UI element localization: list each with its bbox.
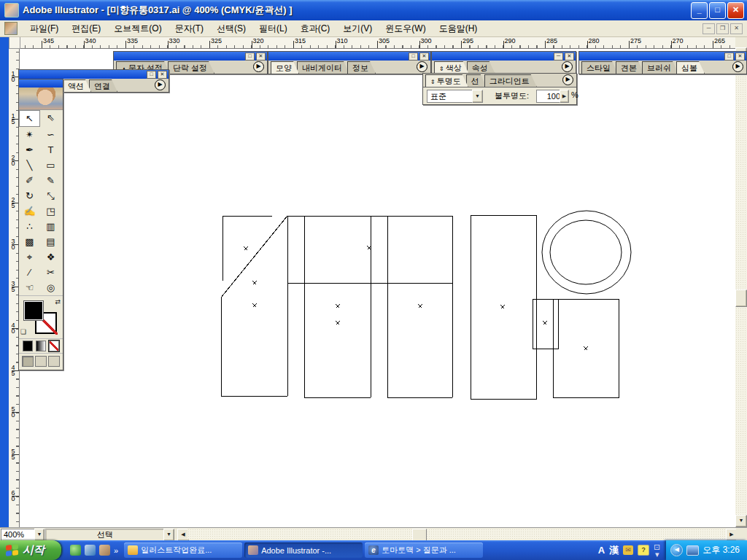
blend-tool[interactable]: ❖ xyxy=(40,249,61,265)
palette-title-bar[interactable]: □ ✕ xyxy=(268,52,430,61)
quick-launch-icon-3[interactable] xyxy=(99,545,110,556)
toolbox-title-bar[interactable] xyxy=(19,79,63,88)
menu-item-4[interactable]: 선택(S) xyxy=(210,21,252,36)
scale-tool[interactable]: ⤡ xyxy=(40,188,61,203)
palette-minimize-icon[interactable]: ─ xyxy=(554,52,563,61)
gradient-tool[interactable]: ▤ xyxy=(40,234,61,249)
menu-item-1[interactable]: 편집(E) xyxy=(65,21,107,36)
zoom-tool[interactable]: ◎ xyxy=(40,280,61,295)
scroll-down-icon[interactable]: ▼ xyxy=(735,515,747,527)
paintbrush-tool[interactable]: ✐ xyxy=(19,173,40,188)
palette-close-icon[interactable]: ✕ xyxy=(565,52,574,61)
palette-close-icon[interactable]: ✕ xyxy=(158,71,167,79)
selection-tool[interactable]: ↖ xyxy=(19,110,40,127)
graph-tool[interactable]: ▥ xyxy=(40,219,61,234)
zoom-level-input[interactable]: 400% xyxy=(1,529,38,541)
lasso-tool[interactable]: ∽ xyxy=(40,127,61,142)
palette-title-bar[interactable]: □ ✕ xyxy=(579,52,746,61)
palette-tab-2[interactable]: 브러쉬 xyxy=(642,61,678,74)
close-button[interactable]: ✕ xyxy=(727,2,744,19)
minimize-button[interactable]: _ xyxy=(691,2,708,19)
fullscreen-menu-mode-button[interactable] xyxy=(35,356,47,367)
symbol-sprayer-tool[interactable]: ∴ xyxy=(19,219,40,234)
palette-close-icon[interactable]: ✕ xyxy=(735,52,745,61)
color-button[interactable] xyxy=(23,341,33,351)
type-tool[interactable]: T xyxy=(40,142,61,158)
opacity-spinner-icon[interactable]: ▶ xyxy=(560,90,569,103)
vertical-scroll-thumb[interactable] xyxy=(735,289,747,307)
horizontal-scrollbar[interactable] xyxy=(187,529,726,540)
doc-restore-icon[interactable]: ❒ xyxy=(716,23,729,34)
fullscreen-mode-button[interactable] xyxy=(48,356,60,367)
blend-mode-select[interactable]: 표준 xyxy=(427,90,476,103)
palette-tab-0[interactable]: 스타일 xyxy=(581,61,618,74)
doc-close-icon[interactable]: ✕ xyxy=(730,23,743,34)
palette-maximize-icon[interactable]: □ xyxy=(724,52,734,61)
eyedropper-tool[interactable]: ⌖ xyxy=(19,249,40,265)
blend-mode-dropdown-icon[interactable]: ▼ xyxy=(472,90,483,103)
none-button[interactable] xyxy=(49,341,59,351)
palette-tab-3[interactable]: 심볼 xyxy=(676,61,705,74)
menu-item-5[interactable]: 필터(L) xyxy=(252,21,294,36)
palette-close-icon[interactable]: ✕ xyxy=(419,52,429,61)
rectangle-tool[interactable]: ▭ xyxy=(40,158,61,173)
rotate-tool[interactable]: ↻ xyxy=(19,188,40,203)
display-settings-icon[interactable]: ⊡▾ xyxy=(654,543,660,558)
start-button[interactable]: 시작 xyxy=(0,540,61,560)
palette-menu-icon[interactable]: ▶ xyxy=(732,61,743,72)
warp-tool[interactable]: ✍ xyxy=(19,203,40,219)
quick-launch-chevron-icon[interactable]: » xyxy=(114,546,118,555)
palette-maximize-icon[interactable]: □ xyxy=(409,52,418,61)
palette-close-icon[interactable]: ✕ xyxy=(256,52,266,61)
menu-item-7[interactable]: 보기(V) xyxy=(336,21,379,36)
hand-tool[interactable]: ☜ xyxy=(19,280,40,295)
doc-minimize-icon[interactable]: ─ xyxy=(703,23,715,34)
palette-maximize-icon[interactable]: □ xyxy=(147,71,156,79)
pencil-tool[interactable]: ✎ xyxy=(40,173,61,188)
palette-title-bar[interactable]: □ ✕ xyxy=(114,52,267,61)
palette-tab-1[interactable]: 속성 xyxy=(467,61,495,74)
artboard-canvas[interactable] xyxy=(19,47,735,527)
menu-item-2[interactable]: 오브젝트(O) xyxy=(107,21,168,36)
menu-item-0[interactable]: 파일(F) xyxy=(23,21,65,36)
tray-collapse-icon[interactable]: ◀ xyxy=(670,544,683,556)
palette-tab-0[interactable]: 모양 xyxy=(271,61,299,74)
pen-tool[interactable]: ✒ xyxy=(19,142,40,158)
free-transform-tool[interactable]: ◳ xyxy=(40,203,61,219)
palette-title-bar[interactable]: ─ ✕ xyxy=(432,52,576,61)
fill-color-swatch[interactable] xyxy=(23,300,44,321)
menu-item-8[interactable]: 윈도우(W) xyxy=(379,21,432,36)
palette-tab-1[interactable]: 단락 설정 xyxy=(168,61,214,74)
ime-language-indicator[interactable]: 漢 xyxy=(609,544,619,557)
slice-tool[interactable]: ∕ xyxy=(19,265,40,280)
palette-maximize-icon[interactable]: □ xyxy=(245,52,255,61)
ime-help-icon[interactable]: ? xyxy=(638,545,649,556)
palette-title-bar[interactable]: □ ✕ xyxy=(19,70,169,79)
palette-menu-icon[interactable]: ▶ xyxy=(417,61,427,72)
taskbar-task-0[interactable]: 일러스트작업완료... xyxy=(124,542,242,558)
menu-item-3[interactable]: 문자(T) xyxy=(169,21,210,36)
palette-tab-1[interactable]: 내비게이터 xyxy=(297,61,349,74)
default-fill-stroke-icon[interactable]: ❏ xyxy=(20,328,26,335)
ruler-origin-box[interactable] xyxy=(9,36,20,49)
gradient-button[interactable] xyxy=(36,341,46,351)
horizontal-scroll-thumb[interactable] xyxy=(412,529,427,541)
mesh-tool[interactable]: ▩ xyxy=(19,234,40,249)
palette-tab-2[interactable]: 그라디언트 xyxy=(484,74,537,87)
network-status-icon[interactable] xyxy=(686,545,699,556)
vertical-scrollbar[interactable]: ▲ ▼ xyxy=(735,47,747,527)
scissors-tool[interactable]: ✂ xyxy=(40,265,61,280)
palette-tab-1[interactable]: 연결 xyxy=(89,79,117,92)
palette-tab-2[interactable]: 정보 xyxy=(347,61,376,74)
palette-tab-0[interactable]: ⇕투명도 xyxy=(425,74,468,87)
menu-item-6[interactable]: 효과(C) xyxy=(294,21,337,36)
palette-menu-icon[interactable]: ▶ xyxy=(155,79,166,90)
palette-tab-1[interactable]: 견본 xyxy=(616,61,644,74)
taskbar-task-1[interactable]: Adobe Illustrator -... xyxy=(244,542,363,558)
ime-mode-indicator[interactable]: A xyxy=(598,545,605,556)
palette-tab-0[interactable]: ⇕색상 xyxy=(434,61,469,74)
direct-selection-tool[interactable]: ⇖ xyxy=(40,110,61,125)
swap-fill-stroke-icon[interactable]: ⇄ xyxy=(55,298,61,306)
magic-wand-tool[interactable]: ✴ xyxy=(19,127,40,142)
taskbar-task-2[interactable]: e토마토맥 > 질문과 ... xyxy=(365,542,483,558)
